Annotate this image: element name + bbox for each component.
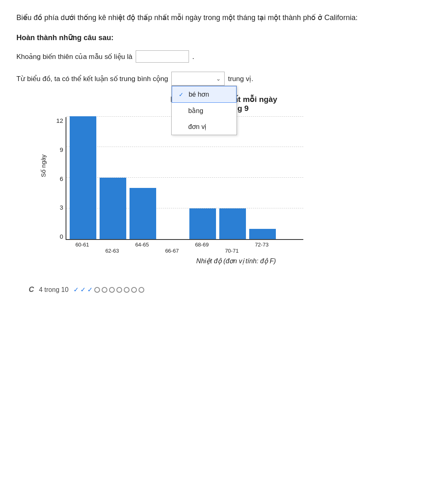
dropdown-item-be-hon[interactable]: ✓ bé hơn [172,86,237,103]
question1-input[interactable] [136,50,189,63]
y-axis: 12 9 6 3 0 [51,117,66,240]
x-label-72-73-empty2 [248,248,275,254]
y-axis-label: Số ngày [40,154,47,177]
bar-64-65 [130,188,156,239]
x-label-64-65-empty2 [129,248,155,254]
progress-icons: ✓ ✓ ✓ [73,286,144,294]
x-label-62-63: 62-63 [99,248,125,254]
description-text: Biểu đồ phía dưới thống kê nhiệt độ thấp… [16,12,407,23]
check-1: ✓ [73,286,79,294]
dropdown-option-1: bé hơn [189,90,209,98]
circle-1 [94,287,100,293]
y-label-12: 12 [51,117,63,124]
circle-6 [131,287,137,293]
circle-2 [102,287,107,293]
section-title: Hoàn thành những câu sau: [16,33,407,42]
dropdown-option-3: đơn vị [188,123,206,131]
y-label-9: 9 [51,146,63,153]
dropdown-trigger[interactable]: ⌄ [171,72,225,86]
dropdown-menu: ✓ bé hơn bằng đơn vị [171,86,237,135]
bar-72-73 [249,229,276,239]
question1-row: Khoảng biến thiên của mẫu số liệu là . [16,50,407,63]
circle-7 [139,287,144,293]
x-label-68-69: 68-69 [189,242,215,248]
question2-suffix: trung vị. [228,75,253,83]
redo-icon[interactable]: C [29,285,34,294]
bar-62-63 [100,178,126,239]
dropdown-wrapper[interactable]: ⌄ ✓ bé hơn bằng đơn vị [171,72,225,86]
x-labels-row1: 60-61 64-65 68-69 72-73 [66,242,303,248]
x-label-70-71: 70-71 [218,248,245,254]
y-label-0: 0 [51,233,63,240]
bar-60-61 [70,116,96,239]
question2-prefix: Từ biểu đồ, ta có thể kết luận số trung … [16,75,168,83]
x-label-66-67: 66-67 [159,248,185,254]
dropdown-option-2: bằng [188,107,203,115]
check-3: ✓ [87,286,93,294]
dropdown-item-bang[interactable]: bằng [172,103,237,119]
bottom-bar: C 4 trong 10 ✓ ✓ ✓ [29,285,407,294]
x-label-70-71-empty [218,242,245,248]
x-label-60-61: 60-61 [69,242,96,248]
x-label-60-61-empty2 [69,248,96,254]
bar-68-69 [189,208,216,239]
x-label-62-63-empty [99,242,125,248]
bars-row [66,117,303,239]
dropdown-item-don-vi[interactable]: đơn vị [172,119,237,135]
x-label-64-65: 64-65 [129,242,155,248]
check-2: ✓ [80,286,86,294]
x-label-72-73: 72-73 [248,242,275,248]
circle-5 [124,287,130,293]
circle-4 [116,287,122,293]
chart-plot [66,117,303,240]
chevron-down-icon: ⌄ [216,75,221,82]
check-icon: ✓ [179,91,185,98]
x-label-68-69-empty2 [189,248,215,254]
bar-70-71 [219,208,246,239]
y-label-3: 3 [51,204,63,211]
score-label: 4 trong 10 [39,286,68,294]
x-label-66-67-empty [159,242,185,248]
question1-suffix: . [192,52,194,61]
x-labels-row2: 62-63 66-67 70-71 [66,248,303,254]
question2-row: Từ biểu đồ, ta có thể kết luận số trung … [16,72,407,86]
y-label-6: 6 [51,175,63,182]
circle-3 [109,287,115,293]
question1-prefix: Khoảng biến thiên của mẫu số liệu là [16,52,132,61]
x-axis-title: Nhiệt độ (đơn vị tính: độ F) [66,257,407,265]
